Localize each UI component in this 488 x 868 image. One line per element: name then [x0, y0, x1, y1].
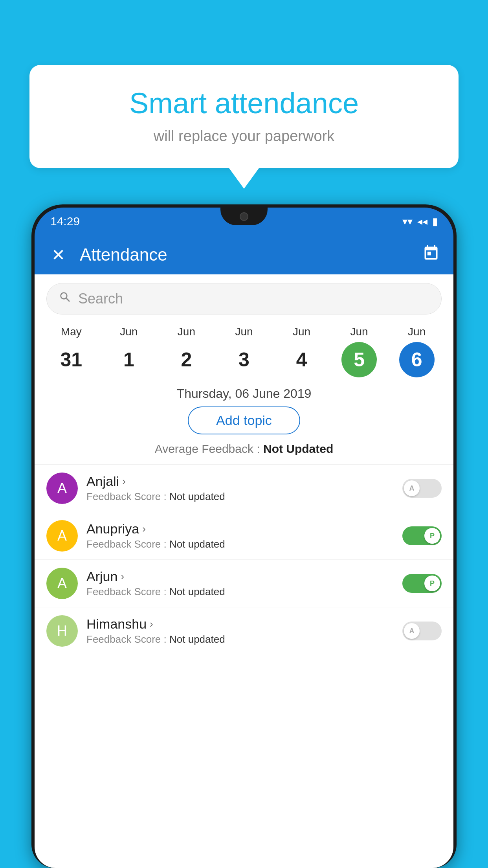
- feedback-label: Feedback Score :: [86, 633, 169, 645]
- student-item[interactable]: HHimanshu›Feedback Score : Not updatedA: [35, 607, 453, 655]
- feedback-value: Not updated: [169, 633, 225, 645]
- chevron-icon: ›: [121, 570, 124, 583]
- feedback-score: Feedback Score : Not updated: [86, 491, 394, 503]
- search-icon: [59, 291, 72, 307]
- student-name-text: Arjun: [86, 569, 117, 584]
- toggle-track: A: [402, 622, 442, 640]
- toggle-thumb: P: [424, 576, 440, 591]
- feedback-value: Not updated: [169, 586, 225, 598]
- average-feedback-label: Average Feedback :: [155, 442, 263, 455]
- calendar-day[interactable]: Jun2: [165, 326, 208, 377]
- feedback-score: Feedback Score : Not updated: [86, 633, 394, 645]
- feedback-label: Feedback Score :: [86, 491, 169, 502]
- avatar: H: [46, 615, 78, 647]
- calendar-day[interactable]: Jun6: [395, 326, 438, 377]
- student-info: Himanshu›Feedback Score : Not updated: [86, 616, 394, 645]
- avatar: A: [46, 568, 78, 599]
- cal-date-number[interactable]: 6: [399, 342, 435, 377]
- feedback-label: Feedback Score :: [86, 538, 169, 550]
- battery-icon: ▮: [432, 215, 438, 228]
- bubble-subtitle: will replace your paperwork: [53, 128, 435, 145]
- attendance-toggle[interactable]: P: [402, 574, 442, 593]
- feedback-score: Feedback Score : Not updated: [86, 586, 394, 598]
- calendar-day[interactable]: May31: [50, 326, 93, 377]
- wifi-icon: ▾▾: [402, 215, 413, 228]
- notch: [220, 208, 268, 225]
- cal-date-number[interactable]: 4: [284, 342, 319, 377]
- camera-notch: [240, 212, 248, 221]
- feedback-value: Not updated: [169, 491, 225, 502]
- avatar: A: [46, 473, 78, 504]
- cal-month-label: Jun: [120, 326, 138, 338]
- student-name-text: Anupriya: [86, 521, 139, 537]
- speech-bubble: Smart attendance will replace your paper…: [29, 65, 459, 168]
- student-info: Anjali›Feedback Score : Not updated: [86, 474, 394, 503]
- toggle-track: P: [402, 574, 442, 593]
- status-time: 14:29: [50, 215, 80, 228]
- student-name: Arjun›: [86, 569, 394, 584]
- close-button[interactable]: ✕: [48, 245, 68, 265]
- average-feedback: Average Feedback : Not Updated: [35, 442, 453, 456]
- feedback-value: Not updated: [169, 538, 225, 550]
- calendar-day[interactable]: Jun5: [338, 326, 381, 377]
- search-placeholder: Search: [78, 291, 123, 307]
- student-name-text: Anjali: [86, 474, 119, 489]
- toggle-thumb: A: [404, 623, 420, 639]
- cal-month-label: Jun: [408, 326, 426, 338]
- feedback-score: Feedback Score : Not updated: [86, 538, 394, 550]
- toggle-track: A: [402, 479, 442, 498]
- cal-date-number[interactable]: 31: [53, 342, 89, 377]
- avatar: A: [46, 520, 78, 552]
- selected-date-label: Thursday, 06 June 2019: [35, 386, 453, 401]
- attendance-toggle[interactable]: P: [402, 526, 442, 545]
- calendar-day[interactable]: Jun1: [107, 326, 150, 377]
- signal-icon: ◂◂: [417, 215, 427, 228]
- cal-month-label: May: [61, 326, 82, 338]
- cal-date-number[interactable]: 3: [226, 342, 262, 377]
- add-topic-button[interactable]: Add topic: [188, 406, 300, 434]
- attendance-toggle[interactable]: A: [402, 479, 442, 498]
- status-icons: ▾▾ ◂◂ ▮: [402, 215, 438, 228]
- student-item[interactable]: AAnupriya›Feedback Score : Not updatedP: [35, 512, 453, 559]
- cal-month-label: Jun: [293, 326, 310, 338]
- phone-inner: 14:29 ▾▾ ◂◂ ▮ ✕ Attendance: [35, 208, 453, 868]
- toggle-track: P: [402, 526, 442, 545]
- student-name: Anupriya›: [86, 521, 394, 537]
- cal-date-number[interactable]: 5: [341, 342, 377, 377]
- bubble-title: Smart attendance: [53, 86, 435, 120]
- calendar-button[interactable]: [422, 245, 440, 265]
- cal-date-number[interactable]: 2: [169, 342, 204, 377]
- chevron-icon: ›: [142, 523, 146, 535]
- toggle-thumb: A: [404, 480, 420, 496]
- app-bar-title: Attendance: [80, 245, 411, 265]
- chevron-icon: ›: [150, 618, 153, 630]
- attendance-toggle[interactable]: A: [402, 622, 442, 640]
- student-item[interactable]: AArjun›Feedback Score : Not updatedP: [35, 559, 453, 607]
- calendar-row: May31Jun1Jun2Jun3Jun4Jun5Jun6: [35, 322, 453, 379]
- toggle-thumb: P: [424, 528, 440, 544]
- student-info: Arjun›Feedback Score : Not updated: [86, 569, 394, 598]
- status-bar: 14:29 ▾▾ ◂◂ ▮: [35, 208, 453, 235]
- student-list: AAnjali›Feedback Score : Not updatedAAAn…: [35, 464, 453, 655]
- cal-month-label: Jun: [350, 326, 368, 338]
- student-item[interactable]: AAnjali›Feedback Score : Not updatedA: [35, 464, 453, 512]
- average-feedback-value: Not Updated: [263, 442, 333, 455]
- calendar-day[interactable]: Jun3: [222, 326, 266, 377]
- screen-content: Search May31Jun1Jun2Jun3Jun4Jun5Jun6 Thu…: [35, 274, 453, 868]
- student-name-text: Himanshu: [86, 616, 147, 632]
- feedback-label: Feedback Score :: [86, 586, 169, 598]
- calendar-day[interactable]: Jun4: [280, 326, 323, 377]
- app-bar: ✕ Attendance: [35, 235, 453, 274]
- search-bar[interactable]: Search: [46, 283, 442, 314]
- cal-month-label: Jun: [235, 326, 253, 338]
- phone-frame: 14:29 ▾▾ ◂◂ ▮ ✕ Attendance: [31, 204, 457, 868]
- student-name: Himanshu›: [86, 616, 394, 632]
- chevron-icon: ›: [122, 475, 126, 487]
- cal-month-label: Jun: [178, 326, 195, 338]
- student-info: Anupriya›Feedback Score : Not updated: [86, 521, 394, 550]
- student-name: Anjali›: [86, 474, 394, 489]
- cal-date-number[interactable]: 1: [111, 342, 147, 377]
